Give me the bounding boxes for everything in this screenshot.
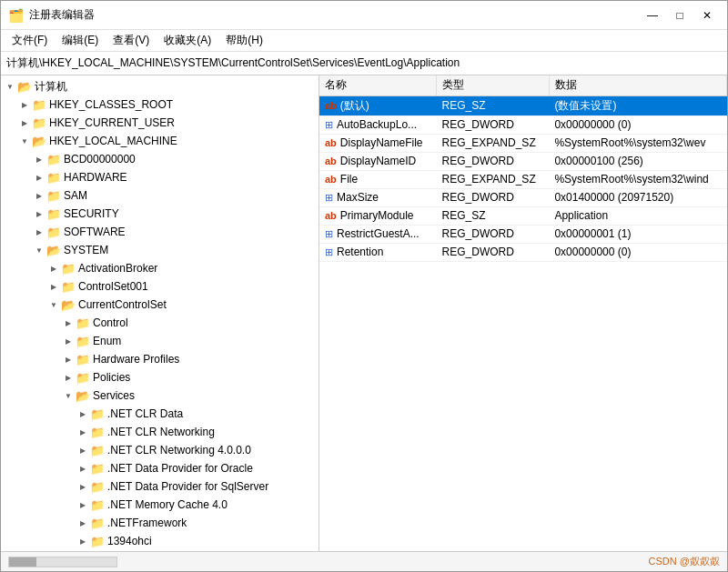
ab-icon: ab <box>325 174 337 185</box>
cell-data: %SystemRoot%\system32\wev <box>549 134 726 152</box>
table-row[interactable]: ⊞MaxSizeREG_DWORD0x01400000 (20971520) <box>319 188 727 206</box>
tree-toggle-sam[interactable] <box>32 188 46 203</box>
content-area: 📂计算机📁HKEY_CLASSES_ROOT📁HKEY_CURRENT_USER… <box>1 75 727 551</box>
cell-type: REG_DWORD <box>437 152 550 170</box>
tree-toggle-bcd[interactable] <box>32 152 46 166</box>
table-row[interactable]: abDisplayNameFileREG_EXPAND_SZ%SystemRoo… <box>319 134 727 152</box>
tree-toggle-security[interactable] <box>32 206 46 221</box>
table-row[interactable]: ⊞RestrictGuestA...REG_DWORD0x00000001 (1… <box>319 225 727 243</box>
grid-icon: ⊞ <box>325 246 333 257</box>
cell-name: ⊞Retention <box>319 243 437 261</box>
tree-toggle-netdatasql[interactable] <box>76 479 90 494</box>
tree-item-n1394ohci[interactable]: 📁1394ohci <box>1 532 318 550</box>
tree-toggle-control[interactable] <box>61 316 76 330</box>
minimize-button[interactable]: — <box>640 6 665 25</box>
tree-toggle-netclrnet[interactable] <box>76 425 90 439</box>
title-bar-left: 🗂️ 注册表编辑器 <box>8 7 95 23</box>
tree-item-netclrnet[interactable]: 📁.NET CLR Networking <box>1 423 318 441</box>
tree-label-hkcr: HKEY_CLASSES_ROOT <box>49 98 173 111</box>
tree-toggle-hkcr[interactable] <box>17 97 32 112</box>
tree-item-enum[interactable]: 📁Enum <box>1 332 318 350</box>
folder-icon-netmemorycache: 📁 <box>90 498 105 512</box>
table-row[interactable]: abDisplayNameIDREG_DWORD0x00000100 (256) <box>319 152 727 170</box>
tree-toggle-services[interactable] <box>61 388 76 403</box>
col-name: 名称 <box>319 75 437 95</box>
table-row[interactable]: abFileREG_EXPAND_SZ%SystemRoot%\system32… <box>319 170 727 188</box>
grid-icon: ⊞ <box>325 119 333 130</box>
tree-toggle-netmemorycache[interactable] <box>76 497 90 512</box>
tree-item-policies[interactable]: 📁Policies <box>1 368 318 386</box>
tree-toggle-software[interactable] <box>32 225 46 239</box>
table-row[interactable]: abPrimaryModuleREG_SZApplication <box>319 206 727 225</box>
tree-panel[interactable]: 📂计算机📁HKEY_CLASSES_ROOT📁HKEY_CURRENT_USER… <box>1 75 319 551</box>
col-data: 数据 <box>549 75 726 95</box>
menu-item-f[interactable]: 文件(F) <box>5 31 55 50</box>
tree-item-computer[interactable]: 📂计算机 <box>1 77 318 95</box>
tree-item-control[interactable]: 📁Control <box>1 314 318 332</box>
tree-item-hkcu[interactable]: 📁HKEY_CURRENT_USER <box>1 114 318 132</box>
tree-toggle-system[interactable] <box>32 243 46 257</box>
folder-icon-software: 📁 <box>46 226 61 239</box>
tree-toggle-activationbroker[interactable] <box>46 261 61 276</box>
table-row[interactable]: ⊞RetentionREG_DWORD0x00000000 (0) <box>319 243 727 261</box>
tree-item-netmemorycache[interactable]: 📁.NET Memory Cache 4.0 <box>1 496 318 514</box>
folder-icon-sam: 📁 <box>46 189 61 203</box>
tree-item-sam[interactable]: 📁SAM <box>1 186 318 205</box>
tree-toggle-netclrdata[interactable] <box>76 406 90 421</box>
tree-item-hklm[interactable]: 📂HKEY_LOCAL_MACHINE <box>1 132 318 150</box>
tree-toggle-hardware[interactable] <box>32 170 46 185</box>
tree-item-netclrdata[interactable]: 📁.NET CLR Data <box>1 405 318 423</box>
tree-toggle-hwprofiles[interactable] <box>61 352 76 366</box>
tree-item-currentcontrolset[interactable]: 📂CurrentControlSet <box>1 296 318 314</box>
tree-item-security[interactable]: 📁SECURITY <box>1 205 318 223</box>
folder-icon-netdataoracle: 📁 <box>90 462 105 476</box>
tree-item-software[interactable]: 📁SOFTWARE <box>1 223 318 241</box>
tree-toggle-computer[interactable] <box>3 79 17 94</box>
cell-type: REG_DWORD <box>437 115 550 134</box>
tree-item-hardware[interactable]: 📁HARDWARE <box>1 168 318 186</box>
tree-item-bcd[interactable]: 📁BCD00000000 <box>1 150 318 168</box>
tree-item-netdataoracle[interactable]: 📁.NET Data Provider for Oracle <box>1 459 318 477</box>
menu-item-v[interactable]: 查看(V) <box>106 31 157 50</box>
status-right: CSDN @㕢㕢㕢 <box>649 555 720 568</box>
app-icon: 🗂️ <box>8 8 24 23</box>
ab-icon: ab <box>325 100 337 111</box>
cell-name: ⊞AutoBackupLo... <box>319 115 437 134</box>
cell-type: REG_SZ <box>437 206 550 225</box>
tree-item-activationbroker[interactable]: 📁ActivationBroker <box>1 259 318 277</box>
table-row[interactable]: ab(默认)REG_SZ(数值未设置) <box>319 95 727 115</box>
tree-toggle-enum[interactable] <box>61 334 76 348</box>
tree-item-netframework[interactable]: 📁.NETFramework <box>1 514 318 532</box>
tree-toggle-policies[interactable] <box>61 370 76 385</box>
tree-label-bcd: BCD00000000 <box>64 153 136 166</box>
folder-icon-system: 📂 <box>46 244 61 257</box>
horizontal-scrollbar[interactable] <box>8 557 117 567</box>
tree-toggle-hklm[interactable] <box>17 134 32 148</box>
tree-item-netdatasql[interactable]: 📁.NET Data Provider for SqlServer <box>1 477 318 496</box>
table-row[interactable]: ⊞AutoBackupLo...REG_DWORD0x00000000 (0) <box>319 115 727 134</box>
cell-name: abFile <box>319 170 437 188</box>
tree-item-controlset001[interactable]: 📁ControlSet001 <box>1 277 318 296</box>
tree-toggle-netclrnet400[interactable] <box>76 443 90 457</box>
table-panel[interactable]: 名称 类型 数据 ab(默认)REG_SZ(数值未设置)⊞AutoBackupL… <box>319 75 727 551</box>
tree-item-hwprofiles[interactable]: 📁Hardware Profiles <box>1 350 318 368</box>
menu-item-a[interactable]: 收藏夹(A) <box>157 31 218 50</box>
tree-toggle-hkcu[interactable] <box>17 115 32 130</box>
maximize-button[interactable]: □ <box>667 6 693 25</box>
tree-toggle-controlset001[interactable] <box>46 279 61 294</box>
folder-icon-security: 📁 <box>46 207 61 221</box>
tree-item-netclrnet400[interactable]: 📁.NET CLR Networking 4.0.0.0 <box>1 441 318 459</box>
close-button[interactable]: ✕ <box>694 6 720 25</box>
menu-item-e[interactable]: 编辑(E) <box>55 31 106 50</box>
tree-toggle-currentcontrolset[interactable] <box>46 297 61 312</box>
tree-toggle-netdataoracle[interactable] <box>76 461 90 476</box>
tree-label-control: Control <box>93 316 128 329</box>
tree-item-system[interactable]: 📂SYSTEM <box>1 241 318 259</box>
tree-item-services[interactable]: 📂Services <box>1 386 318 405</box>
tree-toggle-n1394ohci[interactable] <box>76 534 90 548</box>
tree-label-controlset001: ControlSet001 <box>78 280 148 293</box>
tree-item-hkcr[interactable]: 📁HKEY_CLASSES_ROOT <box>1 95 318 114</box>
tree-toggle-netframework[interactable] <box>76 516 90 530</box>
menu-item-h[interactable]: 帮助(H) <box>218 31 270 50</box>
folder-icon-hkcu: 📁 <box>32 116 46 130</box>
